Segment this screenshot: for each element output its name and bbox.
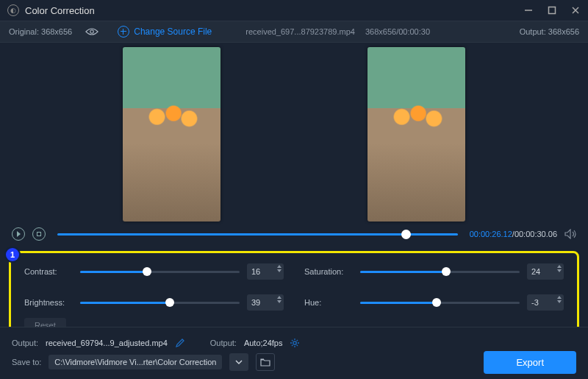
app-icon: ◐ xyxy=(7,4,19,16)
playback-row: 00:00:26.12/00:00:30.06 xyxy=(0,223,588,245)
preview-row xyxy=(0,43,588,223)
window-controls xyxy=(523,5,581,15)
svg-rect-1 xyxy=(549,7,556,14)
subheader: Original: 368x656 Change Source File rec… xyxy=(0,21,588,43)
original-preview xyxy=(123,47,220,222)
contrast-value[interactable]: 16 xyxy=(247,263,284,280)
hue-slider[interactable] xyxy=(360,302,520,304)
stop-button[interactable] xyxy=(32,227,46,241)
footer: Output: received_69794...9_adjusted.mp4 … xyxy=(0,327,588,379)
play-button[interactable] xyxy=(12,227,25,241)
rename-output-icon[interactable] xyxy=(175,338,185,348)
current-time: 00:00:26.12 xyxy=(470,230,512,238)
brightness-row: Brightness: 39 xyxy=(24,294,284,311)
hue-label: Hue: xyxy=(304,298,353,307)
change-source-label: Change Source File xyxy=(134,26,212,37)
timeline-thumb[interactable] xyxy=(401,230,411,239)
saturation-step-up[interactable] xyxy=(557,265,562,268)
export-button[interactable]: Export xyxy=(484,351,576,374)
color-adjustment-panel: 1 Contrast: 16 Saturation: 24 Brightness… xyxy=(9,251,579,338)
hue-value[interactable]: -3 xyxy=(527,294,564,311)
output-settings-value: Auto;24fps xyxy=(244,339,283,347)
save-to-label: Save to: xyxy=(12,358,41,366)
close-button[interactable] xyxy=(570,5,581,15)
saturation-row: Saturation: 24 xyxy=(304,263,564,280)
titlebar: ◐ Color Correction xyxy=(0,0,588,21)
saturation-slider[interactable] xyxy=(360,271,520,273)
adjustment-panel-wrap: 1 Contrast: 16 Saturation: 24 Brightness… xyxy=(0,245,588,338)
hue-row: Hue: -3 xyxy=(304,294,564,311)
contrast-row: Contrast: 16 xyxy=(24,263,284,280)
time-display: 00:00:26.12/00:00:30.06 xyxy=(470,230,557,238)
contrast-label: Contrast: xyxy=(24,267,73,276)
saturation-value[interactable]: 24 xyxy=(527,263,564,280)
output-file-label: Output: xyxy=(12,339,38,347)
source-dimensions-duration: 368x656/00:00:30 xyxy=(365,27,430,36)
contrast-step-down[interactable] xyxy=(277,269,282,272)
brightness-label: Brightness: xyxy=(24,298,73,307)
maximize-button[interactable] xyxy=(547,5,557,15)
minimize-button[interactable] xyxy=(523,5,534,15)
source-file-meta: received_697...87923789.mp4 368x656/00:0… xyxy=(245,27,430,36)
original-dimensions-label: Original: 368x656 xyxy=(9,27,72,36)
hue-step-down[interactable] xyxy=(557,300,562,303)
change-source-button[interactable]: Change Source File xyxy=(118,26,212,38)
output-settings-icon[interactable] xyxy=(290,338,300,348)
total-time: /00:00:30.06 xyxy=(512,230,557,238)
output-dimensions-label: Output: 368x656 xyxy=(520,27,579,36)
window-title: Color Correction xyxy=(25,5,95,16)
contrast-step-up[interactable] xyxy=(277,265,282,268)
brightness-step-up[interactable] xyxy=(277,296,282,299)
save-path-field[interactable]: C:\Vidmore\Vidmore Vi...rter\Color Corre… xyxy=(49,355,222,369)
brightness-step-down[interactable] xyxy=(277,300,282,303)
output-settings-label: Output: xyxy=(210,339,237,347)
save-path-dropdown[interactable] xyxy=(229,353,248,371)
timeline-scrubber[interactable] xyxy=(57,233,458,235)
callout-badge: 1 xyxy=(6,248,19,261)
source-filename: received_697...87923789.mp4 xyxy=(245,27,355,36)
contrast-slider[interactable] xyxy=(80,271,240,273)
brightness-slider[interactable] xyxy=(80,302,240,304)
plus-circle-icon xyxy=(118,26,129,38)
saturation-label: Saturation: xyxy=(304,267,353,276)
svg-point-4 xyxy=(90,30,94,34)
output-preview xyxy=(368,47,465,222)
output-filename: received_69794...9_adjusted.mp4 xyxy=(46,339,168,347)
saturation-step-down[interactable] xyxy=(557,269,562,272)
volume-icon[interactable] xyxy=(564,229,576,239)
brightness-value[interactable]: 39 xyxy=(247,294,284,311)
svg-point-5 xyxy=(293,341,296,344)
preview-toggle-icon[interactable] xyxy=(85,27,98,36)
browse-folder-button[interactable] xyxy=(256,353,275,371)
hue-step-up[interactable] xyxy=(557,296,562,299)
